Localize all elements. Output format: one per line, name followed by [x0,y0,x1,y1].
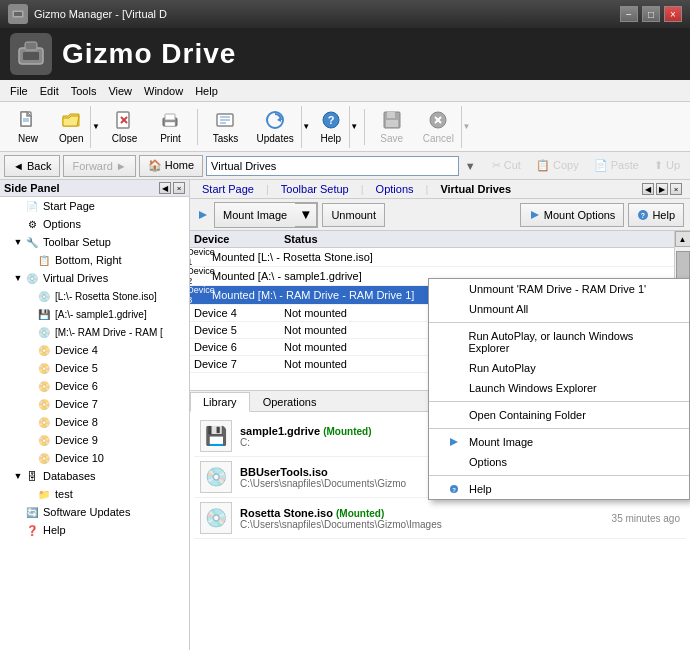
sidebar-item-device8[interactable]: 📀 Device 8 [0,413,189,431]
ctx-unmount-ram[interactable]: Unmount 'RAM Drive - RAM Drive 1' [429,279,689,299]
save-button[interactable]: Save [370,106,414,148]
menu-edit[interactable]: Edit [34,83,65,99]
home-button[interactable]: 🏠 Home [139,155,203,177]
page-tabs: Start Page | Toolbar Setup | Options | V… [190,180,690,199]
ctx-mount-image[interactable]: Mount Image [429,432,689,452]
mount-image-dropdown[interactable]: ▼ [295,203,317,227]
paste-button[interactable]: 📄 Paste [588,156,645,175]
mount-options-button[interactable]: Mount Options [520,203,625,227]
address-input[interactable] [206,156,459,176]
ctx-mount-icon [449,437,463,447]
back-button[interactable]: ◄ Back [4,155,60,177]
sidebar-item-device9[interactable]: 📀 Device 9 [0,431,189,449]
tab-operations[interactable]: Operations [250,392,330,412]
close-button[interactable]: × [664,6,682,22]
ctx-help[interactable]: ? Help [429,479,689,499]
menu-help[interactable]: Help [189,83,224,99]
sidebar-item-device4[interactable]: 📀 Device 4 [0,341,189,359]
sidebar-item-start-page[interactable]: 📄 Start Page [0,197,189,215]
tab-start-page[interactable]: Start Page [194,182,262,196]
device1-status: Mounted [L:\ - Rosetta Stone.iso] [212,251,670,263]
copy-button[interactable]: 📋 Copy [530,156,585,175]
sidebar-item-options[interactable]: ⚙ Options [0,215,189,233]
cancel-button[interactable]: Cancel [416,106,461,148]
panel-close-button[interactable]: × [173,182,185,194]
panel-right-btn[interactable]: ▶ [656,183,668,195]
forward-button[interactable]: Forward ► [63,155,135,177]
scroll-up-btn[interactable]: ▲ [675,231,691,247]
save-icon [381,110,403,131]
panel-left-btn[interactable]: ◀ [642,183,654,195]
ctx-launch-explorer[interactable]: Launch Windows Explorer [429,378,689,398]
menu-window[interactable]: Window [138,83,189,99]
sidebar-item-device-m[interactable]: 💿 [M:\- RAM Drive - RAM [ [0,323,189,341]
lib-mounted-sample1: (Mounted) [323,426,371,437]
updates-dropdown-arrow[interactable]: ▼ [301,106,311,148]
new-button[interactable]: New [6,106,50,148]
tab-library[interactable]: Library [190,392,250,412]
ctx-options[interactable]: Options [429,452,689,472]
cut-button[interactable]: ✂ Cut [486,156,527,175]
sidebar-item-device7[interactable]: 📀 Device 7 [0,395,189,413]
expand-icon: ▼ [12,273,24,283]
ctx-run-autoplay-explorer[interactable]: Run AutoPlay, or launch Windows Explorer [429,326,689,358]
print-button[interactable]: Print [148,106,192,148]
open-button[interactable]: Open [52,106,90,148]
restore-button[interactable]: □ [642,6,660,22]
up-button[interactable]: ⬆ Up [648,156,686,175]
window-title: Gizmo Manager - [Virtual D [34,8,620,20]
help-button[interactable]: ? Help [313,106,349,148]
minimize-button[interactable]: − [620,6,638,22]
side-panel: Side Panel ◀ × 📄 Start Page ⚙ Options ▼ … [0,180,190,650]
sidebar-item-device6[interactable]: 📀 Device 6 [0,377,189,395]
panel-pin-button[interactable]: ◀ [159,182,171,194]
vd-help-button[interactable]: ? Help [628,203,684,227]
sidebar-item-device5[interactable]: 📀 Device 5 [0,359,189,377]
svg-text:?: ? [327,114,334,126]
tab-toolbar-setup[interactable]: Toolbar Setup [273,182,357,196]
menu-file[interactable]: File [4,83,34,99]
brand-bar: Gizmo Drive [0,28,690,80]
help-dropdown-arrow[interactable]: ▼ [349,106,359,148]
sidebar-item-software-updates[interactable]: 🔄 Software Updates [0,503,189,521]
device-row-1[interactable]: Device 1 Mounted [L:\ - Rosetta Stone.is… [190,248,674,267]
sidebar-item-help[interactable]: ❓ Help [0,521,189,539]
sidebar-item-device-a[interactable]: 💾 [A:\- sample1.gdrive] [0,305,189,323]
menu-view[interactable]: View [102,83,138,99]
updates-button[interactable]: Updates [249,106,300,148]
sidebar-label-device-l: [L:\- Rosetta Stone.iso] [55,291,157,302]
unmount-button[interactable]: Unmount [322,203,385,227]
panel-x-btn[interactable]: × [670,183,682,195]
tasks-button[interactable]: Tasks [203,106,247,148]
lib-path-rosetta: C:\Users\snapfiles\Documents\Gizmo\Image… [240,519,612,530]
ctx-open-containing[interactable]: Open Containing Folder [429,405,689,425]
sidebar-item-test[interactable]: 📁 test [0,485,189,503]
ctx-run-autoplay[interactable]: Run AutoPlay [429,358,689,378]
device6-icon: 📀 [36,378,52,394]
sidebar-item-databases[interactable]: ▼ 🗄 Databases [0,467,189,485]
sidebar-item-toolbar-setup[interactable]: ▼ 🔧 Toolbar Setup [0,233,189,251]
open-dropdown-arrow[interactable]: ▼ [90,106,100,148]
ctx-unmount-all[interactable]: Unmount All [429,299,689,319]
cancel-dropdown-arrow[interactable]: ▼ [461,106,471,148]
device8-icon: 📀 [36,414,52,430]
ctx-run-autoplay-label: Run AutoPlay [469,362,536,374]
options-icon: ⚙ [24,216,40,232]
sidebar-item-device-l[interactable]: 💿 [L:\- Rosetta Stone.iso] [0,287,189,305]
menu-tools[interactable]: Tools [65,83,103,99]
tab-virtual-drives[interactable]: Virtual Drives [432,182,519,196]
sidebar-label-virtual-drives: Virtual Drives [43,272,108,284]
sidebar-label-device4: Device 4 [55,344,98,356]
sidebar-label-device-a: [A:\- sample1.gdrive] [55,309,147,320]
sidebar-item-virtual-drives[interactable]: ▼ 💿 Virtual Drives [0,269,189,287]
tab-options[interactable]: Options [368,182,422,196]
library-item-rosetta[interactable]: 💿 Rosetta Stone.iso (Mounted) C:\Users\s… [194,498,686,539]
close-button[interactable]: Close [102,106,146,148]
mount-image-button[interactable]: Mount Image [215,203,295,227]
lib-mounted-rosetta: (Mounted) [336,508,384,519]
svg-rect-12 [165,114,175,120]
svg-text:?: ? [452,487,456,493]
sidebar-item-bottom-right[interactable]: 📋 Bottom, Right [0,251,189,269]
sidebar-item-device10[interactable]: 📀 Device 10 [0,449,189,467]
scroll-thumb[interactable] [676,251,690,281]
